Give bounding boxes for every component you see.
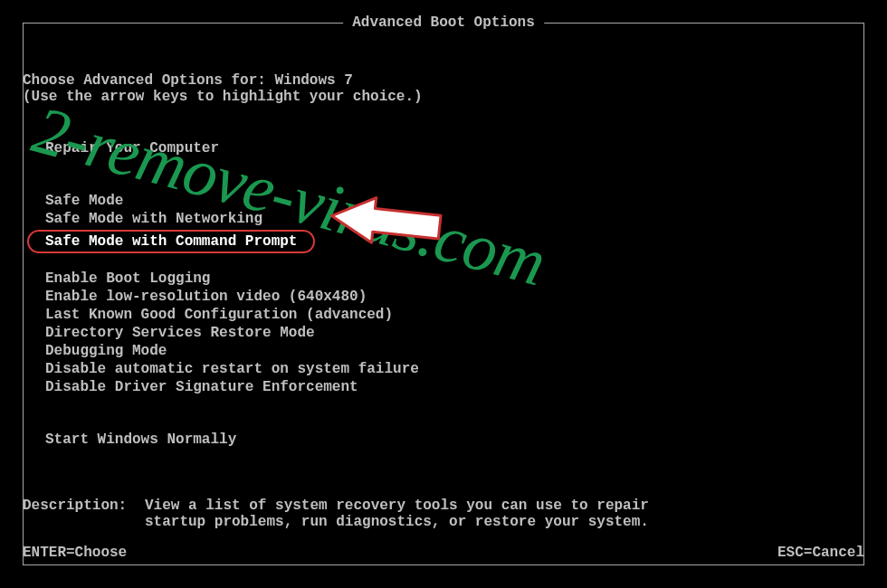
menu-safe-mode-cmd-highlight: Safe Mode with Command Prompt — [45, 228, 864, 255]
menu-safe-mode-networking[interactable]: Safe Mode with Networking — [45, 210, 864, 228]
menu-debugging[interactable]: Debugging Mode — [45, 342, 864, 360]
page-title: Advanced Boot Options — [343, 14, 544, 31]
subtitle: Choose Advanced Options for: Windows 7 — [23, 72, 864, 89]
menu-safe-mode-cmd[interactable]: Safe Mode with Command Prompt — [27, 230, 315, 253]
description-text: View a list of system recovery tools you… — [145, 498, 652, 530]
menu-disable-driver-sig[interactable]: Disable Driver Signature Enforcement — [45, 378, 864, 396]
menu-disable-restart[interactable]: Disable automatic restart on system fail… — [45, 360, 864, 378]
menu-safe-mode[interactable]: Safe Mode — [45, 192, 864, 210]
menu-last-known-good[interactable]: Last Known Good Configuration (advanced) — [45, 306, 864, 324]
keyboard-hint: (Use the arrow keys to highlight your ch… — [23, 89, 864, 105]
menu-dsrm[interactable]: Directory Services Restore Mode — [45, 324, 864, 342]
menu-group-safemode: Safe Mode Safe Mode with Networking Safe… — [23, 192, 864, 255]
content-area: Choose Advanced Options for: Windows 7 (… — [23, 72, 864, 530]
menu-low-res[interactable]: Enable low-resolution video (640x480) — [45, 288, 864, 306]
menu-group-advanced: Enable Boot Logging Enable low-resolutio… — [23, 270, 864, 396]
footer-bar: ENTER=Choose ESC=Cancel — [23, 545, 864, 561]
description-label: Description: — [23, 498, 145, 530]
description-section: Description: View a list of system recov… — [23, 498, 864, 530]
menu-boot-logging[interactable]: Enable Boot Logging — [45, 270, 864, 288]
menu-start-normally[interactable]: Start Windows Normally — [23, 431, 864, 449]
footer-esc: ESC=Cancel — [777, 545, 864, 561]
menu-repair-computer[interactable]: Repair Your Computer — [23, 139, 864, 157]
footer-enter: ENTER=Choose — [23, 545, 127, 561]
